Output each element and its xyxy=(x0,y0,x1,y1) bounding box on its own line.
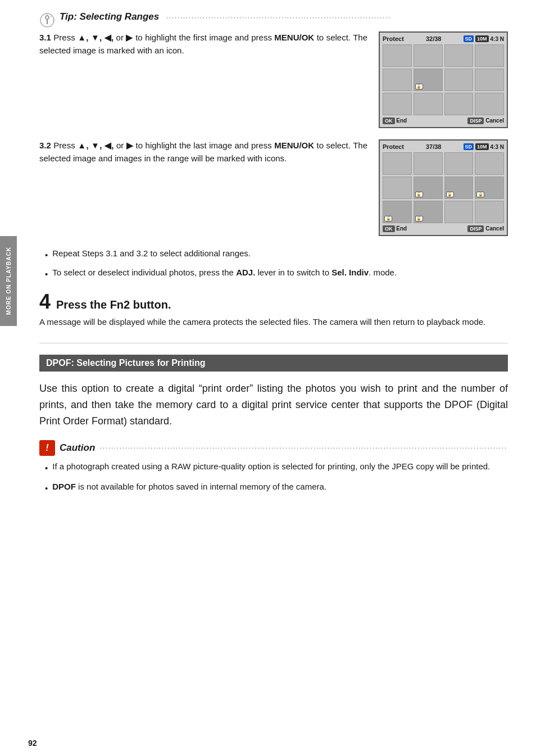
cam2-counter: 37/38 xyxy=(426,143,442,150)
cam2-protect-2: 🔒 xyxy=(415,192,423,197)
adj-bold: ADJ. xyxy=(236,268,255,277)
step-31-content: 3.1 Press ▲, ▼, ◀, or ▶ to highlight the… xyxy=(39,31,367,57)
cam2-ratio: 4:3 N xyxy=(490,144,504,150)
page-container: More on Playback Tip: Selecting Ranges 3… xyxy=(0,0,536,756)
cam2-cancel-label: Cancel xyxy=(485,225,504,232)
tip-title: Tip: Selecting Ranges xyxy=(60,11,159,22)
cam1-ok-wrapper: OK End xyxy=(383,117,407,124)
caution-bullets: • If a photograph created using a RAW pi… xyxy=(45,460,508,495)
cam2-cell-1 xyxy=(383,152,412,175)
cam1-cell-6-selected: 🔒 xyxy=(414,69,443,91)
bullet-2: • To select or deselect individual photo… xyxy=(45,266,508,281)
cam1-mp-badge: 10M xyxy=(475,35,489,42)
cam1-cell-10 xyxy=(414,93,443,115)
tip-icon xyxy=(39,12,55,28)
bullet-dot-1: • xyxy=(45,249,48,262)
bullet-1: • Repeat Steps 3.1 and 3.2 to select add… xyxy=(45,247,508,262)
section-divider xyxy=(39,343,508,343)
step-32-arrows: ▲, ▼, ◀, xyxy=(78,141,113,150)
cam2-disp-wrapper: DISP Cancel xyxy=(467,225,504,232)
cam2-cell-4 xyxy=(475,152,504,175)
page-number: 92 xyxy=(28,739,37,748)
step-32-or: or xyxy=(116,141,124,150)
caution-icon-text: ! xyxy=(46,443,48,453)
cam2-cell-9: 🔒 xyxy=(383,201,412,223)
cam2-cell-12 xyxy=(475,201,504,223)
cam1-cell-11 xyxy=(444,93,474,115)
step-32-arrow-right: ▶ xyxy=(126,141,133,150)
cam1-end-label: End xyxy=(396,117,407,124)
tip-section: Tip: Selecting Ranges xyxy=(39,11,508,28)
cam2-end-label: End xyxy=(396,225,407,232)
caution-title: Caution xyxy=(60,442,95,454)
step-32-content: 3.2 Press ▲, ▼, ◀, or ▶ to highlight the… xyxy=(39,139,367,165)
cam1-cell-8 xyxy=(475,69,504,91)
caution-bullet-dot-2: • xyxy=(45,482,48,495)
caution-bullet-2: • DPOF is not available for photos saved… xyxy=(45,481,508,495)
caution-bullet-2-text: DPOF is not available for photos saved i… xyxy=(52,481,326,494)
step-31-number: 3.1 xyxy=(39,33,51,42)
cam2-header: Protect 37/38 SD 10M 4:3 N xyxy=(383,143,504,150)
caution-section: ! Caution • If a photograph created usin… xyxy=(39,440,508,495)
cam1-cell-5 xyxy=(383,69,412,91)
cam2-cell-10: 🔒 xyxy=(414,201,443,223)
step4-header: 4 Press the Fn2 button. xyxy=(39,292,508,312)
bullet-2-text: To select or deselect individual photos,… xyxy=(52,266,397,279)
cam1-sd-badge: SD xyxy=(464,35,474,42)
step-32-menu: MENU/OK xyxy=(274,141,314,150)
svg-line-4 xyxy=(51,16,52,17)
cam2-cell-7: 🔒 xyxy=(444,176,474,199)
cam2-cell-8: 🔒 xyxy=(475,176,504,199)
cam1-cell-3 xyxy=(444,44,474,67)
dpof-bold: DPOF xyxy=(52,482,76,491)
cam2-cell-5 xyxy=(383,176,412,199)
step4-section: 4 Press the Fn2 button. A message will b… xyxy=(39,292,508,329)
caution-bullet-1: • If a photograph created using a RAW pi… xyxy=(45,460,508,475)
cam1-cell-9 xyxy=(383,93,412,115)
cam2-protect-3: 🔒 xyxy=(446,192,454,197)
bullet-dot-2: • xyxy=(45,268,48,281)
step4-body: A message will be displayed while the ca… xyxy=(39,315,508,329)
cam2-protect-5: 🔒 xyxy=(384,216,392,221)
cam1-protect-label: Protect xyxy=(383,35,404,42)
step4-number: 4 xyxy=(39,292,51,312)
cam2-mp-badge: 10M xyxy=(475,143,489,150)
cam1-disp-wrapper: DISP Cancel xyxy=(467,117,504,124)
cam1-grid: 🔒 xyxy=(383,44,504,115)
cam2-header-right: SD 10M 4:3 N xyxy=(464,143,504,150)
cam1-cell-4 xyxy=(475,44,504,67)
cam2-ok-wrapper: OK End xyxy=(383,225,407,232)
caution-wavy-decoration xyxy=(98,445,508,451)
bullet-1-text: Repeat Steps 3.1 and 3.2 to select addit… xyxy=(52,247,251,260)
step4-title: Press the Fn2 button. xyxy=(56,298,171,311)
caution-icon: ! xyxy=(39,440,55,456)
step-31-or: or xyxy=(116,33,124,42)
cam1-ratio: 4:3 N xyxy=(490,36,504,42)
cam1-cell-2 xyxy=(414,44,443,67)
cam1-cell-7 xyxy=(444,69,474,91)
cam2-cell-11 xyxy=(444,201,474,223)
step-31-arrows: ▲, ▼, ◀, xyxy=(78,33,113,42)
cam2-ok-btn: OK xyxy=(383,225,395,232)
camera-screen-1: Protect 32/38 SD 10M 4:3 N 🔒 xyxy=(379,31,508,128)
cam1-cell-12 xyxy=(475,93,504,115)
dpof-header: DPOF: Selecting Pictures for Printing xyxy=(39,355,508,372)
caution-bullet-1-text: If a photograph created using a RAW pict… xyxy=(52,460,490,473)
step-31-text: 3.1 Press ▲, ▼, ◀, or ▶ to highlight the… xyxy=(39,31,379,57)
svg-point-1 xyxy=(46,16,49,19)
cam2-cell-2 xyxy=(414,152,443,175)
step-32-text-a: Press ▲, ▼, ◀, xyxy=(53,141,116,150)
caution-bullet-dot-1: • xyxy=(45,462,48,475)
cam1-counter: 32/38 xyxy=(426,35,442,42)
cam2-cell-3 xyxy=(444,152,474,175)
caution-title-row: ! Caution xyxy=(39,440,508,456)
cam1-cancel-label: Cancel xyxy=(485,117,504,124)
cam1-cell-1 xyxy=(383,44,412,67)
cam1-disp-btn: DISP xyxy=(467,117,484,124)
step-31-row: 3.1 Press ▲, ▼, ◀, or ▶ to highlight the… xyxy=(39,31,508,128)
cam2-cell-6: 🔒 xyxy=(414,176,443,199)
step-31-menu: MENU/OK xyxy=(274,33,314,42)
cam2-footer: OK End DISP Cancel xyxy=(383,225,504,232)
cam1-header-right: SD 10M 4:3 N xyxy=(464,35,504,42)
cam2-protect-6: 🔒 xyxy=(415,216,423,221)
